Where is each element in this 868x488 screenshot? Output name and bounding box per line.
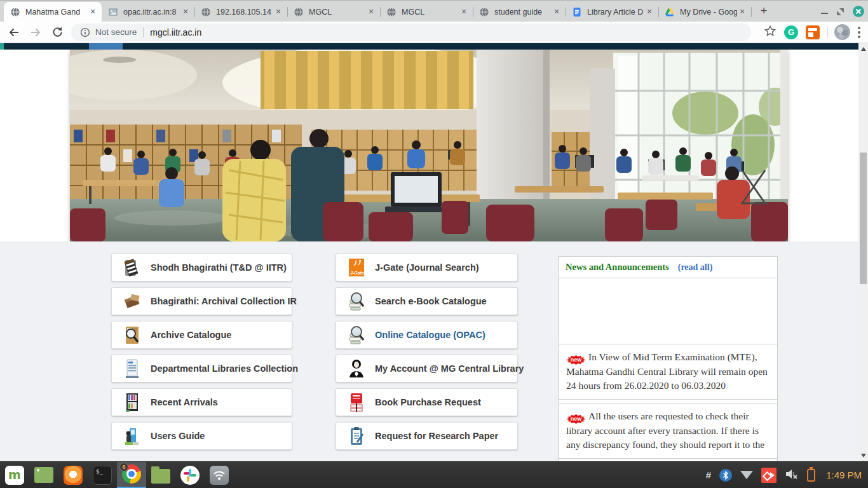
page-scrollbar[interactable] [858, 43, 868, 461]
security-label: Not secure [95, 27, 137, 37]
department-library-icon [123, 358, 141, 379]
tab-ip-address[interactable]: 192.168.105.14 [194, 2, 287, 22]
browser-menu-button[interactable] [858, 27, 860, 38]
battery-icon[interactable] [807, 469, 815, 482]
tab-title: student guide [494, 8, 552, 17]
library-banner-photo [70, 50, 788, 241]
bookshelf-icon [123, 392, 141, 412]
link-shodh-bhagirathi[interactable]: Shodh Bhagirathi (T&D @ IITR) [111, 254, 292, 281]
taskbar-clock[interactable]: 1:49 PM [826, 470, 862, 480]
news-item-text: In View of Mid Term Examination (MTE), M… [566, 351, 768, 391]
grammarly-extension-icon[interactable] [784, 25, 798, 39]
network-signal-icon[interactable] [740, 471, 753, 479]
bookmark-star-button[interactable] [764, 25, 776, 40]
tab-title: MGCL [309, 8, 366, 17]
tab-mgcl-1[interactable]: MGCL [287, 2, 380, 22]
terminal-launcher[interactable]: $_ [88, 462, 117, 488]
bluetooth-icon[interactable] [719, 469, 732, 482]
tab-close-icon[interactable] [552, 7, 562, 17]
firefox-launcher[interactable] [58, 462, 88, 488]
globe-icon [294, 7, 304, 17]
tab-title: 192.168.105.14 [216, 8, 273, 17]
quicklinks-right-column: J-Gate J-Gate (Journal Search) Search e-… [336, 254, 518, 456]
news-title: News and Announcements [566, 262, 669, 273]
tab-close-icon[interactable] [88, 7, 98, 17]
person-icon [348, 358, 365, 379]
link-opac[interactable]: Online Catalogue (OPAC) [336, 321, 518, 349]
docs-icon [572, 7, 582, 17]
address-bar[interactable]: Not secure mgcl.iitr.ac.in [71, 24, 751, 41]
quicklink-label: J-Gate (Journal Search) [375, 262, 479, 273]
browser-extension-icon[interactable] [806, 25, 820, 39]
wifi-settings-launcher[interactable] [205, 462, 234, 488]
link-book-purchase[interactable]: Book Purchase Request [336, 388, 518, 416]
tab-mgcl-home[interactable]: Mahatma Gand [4, 2, 102, 22]
chrome-window-count-badge: 6 [119, 463, 128, 471]
folder-icon [151, 469, 170, 484]
tab-title: MGCL [402, 8, 459, 17]
system-tray: 1:49 PM [706, 468, 868, 483]
new-tab-button[interactable]: + [755, 3, 773, 20]
scrollbar-down-arrow[interactable] [858, 451, 868, 460]
mint-logo-icon [5, 466, 24, 485]
scrollbar-up-arrow[interactable] [858, 44, 868, 53]
slack-tray-icon[interactable] [706, 470, 711, 480]
new-badge-icon: new [566, 355, 586, 365]
show-desktop-button[interactable] [29, 462, 58, 488]
svg-text:J-Gate: J-Gate [350, 271, 364, 275]
anydesk-icon[interactable] [761, 468, 776, 483]
tab-student-guide[interactable]: student guide [473, 2, 566, 22]
link-departmental-libraries[interactable]: Departmental Libraries Collection [111, 355, 292, 383]
library-photo-illustration [70, 50, 788, 241]
link-my-account[interactable]: My Account @ MG Central Library [336, 355, 518, 383]
volume-muted-icon[interactable] [785, 468, 799, 482]
link-research-paper-request[interactable]: Request for Research Paper [336, 422, 518, 450]
news-read-all-link[interactable]: (read all) [678, 262, 713, 273]
tab-close-icon[interactable] [644, 7, 654, 17]
site-navbar-partial [0, 43, 858, 50]
tab-title: opac.iitr.ac.in:8 [123, 8, 180, 17]
chrome-taskbar-button[interactable]: 6 [117, 462, 146, 488]
tab-mgcl-2[interactable]: MGCL [380, 2, 473, 22]
link-jgate[interactable]: J-Gate J-Gate (Journal Search) [336, 254, 518, 281]
globe-icon [386, 7, 397, 17]
forward-arrow-icon [29, 26, 42, 39]
tab-close-icon[interactable] [180, 7, 191, 17]
tab-close-icon[interactable] [459, 7, 469, 17]
window-close-button[interactable] [853, 6, 864, 17]
info-icon [80, 27, 90, 37]
tab-title: My Drive - Goog [680, 8, 737, 17]
window-minimize-button[interactable] [821, 13, 828, 14]
tab-close-icon[interactable] [273, 7, 283, 17]
tab-close-icon[interactable] [737, 7, 747, 17]
book-search-icon [348, 325, 365, 345]
profile-avatar[interactable] [834, 24, 850, 40]
link-recent-arrivals[interactable]: Recent Arrivals [111, 388, 292, 416]
globe-icon [201, 7, 211, 17]
quicklink-label: Book Purchase Request [375, 397, 481, 407]
page-viewport: Shodh Bhagirathi (T&D @ IITR) Bhagirathi… [0, 43, 868, 461]
link-bhagirathi-archival[interactable]: Bhagirathi: Archival Collection IR [111, 287, 292, 315]
window-maximize-button[interactable] [837, 8, 844, 15]
quicklink-label: My Account @ MG Central Library [375, 363, 524, 374]
link-ebook-catalogue[interactable]: Search e-Book Catalogue [336, 287, 518, 315]
slack-launcher[interactable] [175, 462, 205, 488]
navbar-active-item-highlight [89, 43, 123, 50]
tab-my-drive[interactable]: My Drive - Goog [658, 2, 751, 22]
tab-opac[interactable]: opac.iitr.ac.in:8 [102, 2, 194, 22]
quicklink-label: Bhagirathi: Archival Collection IR [151, 296, 297, 306]
browser-toolbar: Not secure mgcl.iitr.ac.in [0, 22, 868, 43]
refresh-button[interactable] [50, 25, 65, 40]
forward-button[interactable] [28, 25, 43, 40]
window-icon [34, 467, 53, 483]
mint-menu-button[interactable] [0, 462, 29, 488]
tab-library-article[interactable]: Library Article D [566, 2, 658, 22]
link-archive-catalogue[interactable]: Archive Catalogue [111, 321, 292, 349]
link-users-guide[interactable]: Users Guide [111, 422, 292, 450]
jgate-icon: J-Gate [348, 257, 365, 278]
file-manager-launcher[interactable] [146, 462, 175, 488]
back-button[interactable] [6, 25, 22, 40]
tab-close-icon[interactable] [366, 7, 376, 17]
globe-icon [10, 7, 20, 17]
scrollbar-thumb[interactable] [860, 152, 867, 284]
